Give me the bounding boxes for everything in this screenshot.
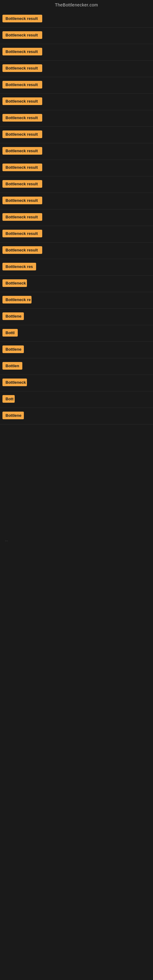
- bottleneck-badge[interactable]: Bottleneck result: [2, 147, 42, 155]
- result-row: Bottleneck re: [0, 292, 153, 309]
- bottleneck-badge[interactable]: Bottlene: [2, 412, 24, 419]
- result-row: Bottleneck result: [0, 110, 153, 127]
- bottleneck-badge[interactable]: Bottleneck result: [2, 130, 42, 138]
- result-row: Bottleneck res: [0, 259, 153, 275]
- result-row: Bottlene: [0, 309, 153, 325]
- result-row: Bottleneck result: [0, 77, 153, 94]
- result-row: Bottleneck result: [0, 11, 153, 27]
- result-row: Bottleneck result: [0, 27, 153, 44]
- bottleneck-badge[interactable]: Bottleneck result: [2, 213, 42, 221]
- result-row: Bottleneck result: [0, 127, 153, 143]
- result-row: Bottlene: [0, 408, 153, 425]
- results-list: Bottleneck resultBottleneck resultBottle…: [0, 11, 153, 425]
- bottleneck-badge[interactable]: Bottlene: [2, 345, 24, 353]
- bottleneck-badge[interactable]: Bottleneck result: [2, 197, 42, 204]
- result-row: Bottleneck result: [0, 94, 153, 110]
- bottleneck-badge[interactable]: Bottleneck result: [2, 180, 42, 188]
- bottleneck-badge[interactable]: Bottleneck: [2, 379, 27, 386]
- result-row: Bott: [0, 391, 153, 408]
- bottleneck-badge[interactable]: Bottleneck result: [2, 15, 42, 22]
- bottleneck-badge[interactable]: Bottleneck re: [2, 296, 32, 304]
- result-row: Bottleneck result: [0, 143, 153, 160]
- bottleneck-badge[interactable]: Bottl: [2, 329, 18, 337]
- empty-section: [0, 547, 153, 761]
- bottleneck-badge[interactable]: Bottleneck result: [2, 81, 42, 89]
- result-row: Bottl: [0, 325, 153, 342]
- result-row: Bottleneck result: [0, 193, 153, 210]
- bottleneck-badge[interactable]: Bottleneck result: [2, 246, 42, 254]
- result-row: Bottleneck result: [0, 177, 153, 193]
- bottleneck-badge[interactable]: Bottleneck result: [2, 64, 42, 72]
- bottleneck-badge[interactable]: Bottleneck: [2, 279, 27, 287]
- bottleneck-badge[interactable]: Bottlen: [2, 362, 22, 370]
- ellipsis-section: ...: [0, 425, 153, 547]
- bottleneck-badge[interactable]: Bottleneck result: [2, 31, 42, 39]
- result-row: Bottleneck result: [0, 44, 153, 60]
- bottleneck-badge[interactable]: Bottleneck result: [2, 97, 42, 105]
- result-row: Bottleneck result: [0, 160, 153, 177]
- result-row: Bottleneck result: [0, 243, 153, 259]
- bottleneck-badge[interactable]: Bottleneck result: [2, 48, 42, 56]
- result-row: Bottlen: [0, 358, 153, 375]
- ellipsis-marker: ...: [2, 535, 151, 544]
- result-row: Bottleneck: [0, 375, 153, 391]
- result-row: Bottleneck: [0, 275, 153, 292]
- result-row: Bottleneck result: [0, 226, 153, 243]
- site-title: TheBottlenecker.com: [55, 2, 98, 7]
- result-row: Bottleneck result: [0, 210, 153, 226]
- bottleneck-badge[interactable]: Bottleneck result: [2, 164, 42, 171]
- result-row: Bottleneck result: [0, 60, 153, 77]
- bottleneck-badge[interactable]: Bottleneck res: [2, 263, 36, 270]
- bottleneck-badge[interactable]: Bottlene: [2, 312, 24, 320]
- bottleneck-badge[interactable]: Bott: [2, 395, 15, 403]
- bottleneck-badge[interactable]: Bottleneck result: [2, 230, 42, 237]
- site-header: TheBottlenecker.com: [0, 0, 153, 11]
- result-row: Bottlene: [0, 342, 153, 358]
- bottleneck-badge[interactable]: Bottleneck result: [2, 114, 42, 122]
